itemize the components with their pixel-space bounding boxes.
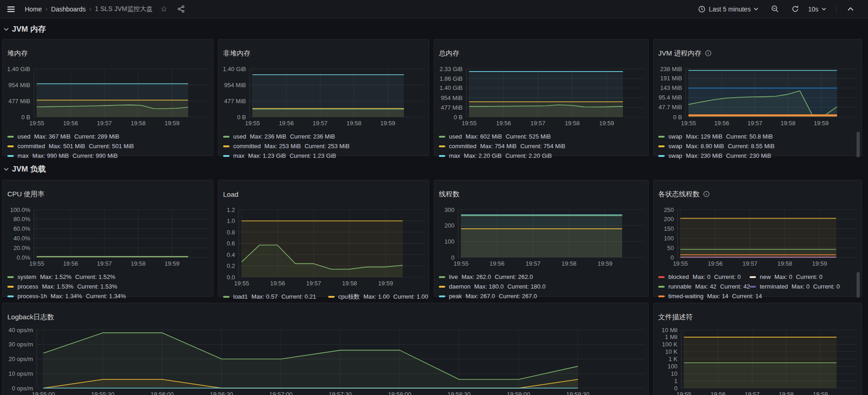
legend-item-used[interactable]: usedMax: 602 MiBCurrent: 525 MiB [439,132,551,141]
time-series-chart[interactable]: 10 Mil1 Mil100 K10 K1 K100101019:5519:56… [658,327,857,395]
x-axis-tick-label: 19:58 [131,120,146,126]
panel-title[interactable]: Logback日志数 [7,312,644,323]
legend-item-swap[interactable]: swapMax: 230 MiBCurrent: 230 MiB [658,151,771,161]
legend-item-peak[interactable]: peakMax: 267.0Current: 267.0 [439,291,537,301]
legend-item-max[interactable]: maxMax: 1.23 GiBCurrent: 1.23 GiB [223,151,336,161]
logback-logs-panel: Logback日志数40 ops/m30 ops/m20 ops/m10 ops… [2,303,649,395]
section-header-jvm-memory[interactable]: JVM 内存 [4,24,46,34]
series-name: peak [449,293,462,300]
legend-item-runnable[interactable]: runnableMax: 42Current: 42 [658,282,750,291]
info-icon[interactable] [705,50,711,56]
x-axis-tick-label: 19:57:00 [269,391,293,395]
refresh-dashboard-button[interactable] [789,3,801,16]
chart-legend: load1Max: 0.57Current: 0.21cpu核数Max: 1.0… [223,292,424,301]
time-range-picker[interactable]: Last 5 minutes [695,5,761,13]
legend-item-live[interactable]: liveMax: 262.0Current: 262.0 [439,272,533,282]
series-swatch [439,276,445,278]
chart-legend: liveMax: 262.0Current: 262.0daemonMax: 1… [439,272,644,301]
series-name: used [17,133,30,140]
legend-item-daemon[interactable]: daemonMax: 180.0Current: 180.0 [439,282,545,291]
legend-item-process[interactable]: processMax: 1.53%Current: 1.53% [7,282,118,291]
legend-scrollbar[interactable] [857,272,860,298]
time-series-chart[interactable]: 40 ops/m30 ops/m20 ops/m10 ops/m0 ops/m1… [7,327,644,395]
info-icon[interactable] [703,191,710,197]
panel-title[interactable]: 堆内存 [7,48,208,59]
time-series-chart[interactable]: 1.21.00.80.60.40.20.019:5519:5619:5719:5… [223,207,424,286]
series-current-value: Current: 1.53% [77,283,117,290]
legend-item-timed-waiting[interactable]: timed-waitingMax: 14Current: 14 [658,291,750,301]
panel-title[interactable]: 各状态线程数 [658,189,857,200]
legend-scrollbar[interactable] [857,132,860,157]
y-axis-tick-label: 10 K [665,349,678,356]
legend-item-max[interactable]: maxMax: 990 MiBCurrent: 990 MiB [7,151,118,161]
y-axis-tick-label: 143 MiB [660,85,682,92]
legend-item-used[interactable]: usedMax: 236 MiBCurrent: 236 MiB [223,132,335,141]
series-name: daemon [449,283,470,290]
panel-title-text: JVM 进程内存 [658,49,701,58]
x-axis-tick-label: 19:56 [490,260,505,267]
y-axis-tick-label: 100 K [662,341,678,348]
y-axis-tick-label: 40 ops/m [9,327,33,334]
menu-toggle-button[interactable] [5,3,17,16]
panel-title[interactable]: 总内存 [439,48,644,59]
scroll-to-top-button[interactable] [844,3,857,16]
x-axis-tick-label: 19:55:00 [32,391,55,395]
legend-item-swap[interactable]: swapMax: 129 MiBCurrent: 50.8 MiB [658,132,773,141]
share-dashboard-button[interactable] [175,3,188,16]
series-current-value: Current: 1.00 [393,293,428,300]
series-swatch [7,295,14,297]
zoom-out-icon [771,5,779,13]
legend-item-committed[interactable]: committedMax: 501 MiBCurrent: 501 MiB [7,141,134,151]
x-axis-tick-label: 19:58:00 [388,391,411,395]
panel-title[interactable]: Load [223,189,424,200]
time-series-chart[interactable]: 2.33 GiB1.86 GiB1.40 GiB954 MiB477 MiB0 … [439,66,644,126]
time-series-chart[interactable]: 300200100019:5519:5619:5719:5819:59 [439,207,644,267]
zoom-out-time-button[interactable] [768,3,781,16]
legend-item-process-1h[interactable]: process-1hMax: 1.34%Current: 1.34% [7,291,126,301]
panel-title[interactable]: 线程数 [439,189,644,200]
series-max-value: Max: 501 MiB [49,143,85,150]
series-name: live [449,273,458,280]
section-header-jvm-load[interactable]: JVM 负载 [4,164,46,174]
series-name: committed [233,143,261,150]
refresh-interval-dropdown[interactable]: 10s [805,5,829,13]
panel-title[interactable]: JVM 进程内存 [658,48,857,59]
legend-item-terminated[interactable]: terminatedMax: 0Current: 0 [750,282,857,291]
time-series-chart[interactable]: 1.40 GiB954 MiB477 MiB0 B19:5519:5619:57… [7,66,208,126]
x-axis-tick-label: 19:56 [270,280,286,286]
x-axis-tick-label: 19:56 [279,120,294,126]
series-max-value: Max: 267.0 [465,293,495,300]
time-series-chart[interactable]: 25020015010050019:5519:5619:5719:5819:59 [658,207,857,267]
panel-title-text: 总内存 [439,49,459,58]
x-axis-tick-label: 19:58 [342,280,357,286]
panel-title[interactable]: CPU 使用率 [7,189,208,200]
panel-title[interactable]: 非堆内存 [223,48,424,59]
series-max-value: Max: 367 MiB [34,133,70,140]
legend-item-load1[interactable]: load1Max: 0.57Current: 0.21 [223,292,316,301]
legend-item-max[interactable]: maxMax: 2.20 GiBCurrent: 2.20 GiB [439,151,552,161]
y-axis-tick-label: 1.40 GiB [7,66,30,72]
legend-item-system[interactable]: systemMax: 1.52%Current: 1.52% [7,272,115,282]
legend-item-committed[interactable]: committedMax: 253 MiBCurrent: 253 MiB [223,141,350,151]
breadcrumb-dashboards[interactable]: Dashboards [51,6,86,13]
x-axis-tick-label: 19:57 [747,120,762,126]
legend-item-swap[interactable]: swapMax: 8.90 MiBCurrent: 8.55 MiB [658,141,774,151]
series-current-value: Current: 289 MiB [74,133,119,140]
time-series-chart[interactable]: 1.40 GiB954 MiB477 MiB0 B19:5519:5619:57… [223,66,424,126]
legend-item-used[interactable]: usedMax: 367 MiBCurrent: 289 MiB [7,132,119,141]
time-series-chart[interactable]: 100.0%80.0%60.0%40.0%20.0%0.0%19:5519:56… [7,207,208,267]
series-current-value: Current: 262.0 [495,273,533,280]
legend-item-cpu核数[interactable]: cpu核数Max: 1.00Current: 1.00 [328,292,428,301]
breadcrumb-home[interactable]: Home [25,6,42,13]
y-axis-tick-label: 300 [444,207,454,213]
time-series-chart[interactable]: 238 MiB191 MiB143 MiB95.4 MiB47.7 MiB0 B… [658,66,857,126]
series-current-value: Current: 50.8 MiB [726,133,773,140]
favorite-dashboard-button[interactable]: ☆ [157,3,170,16]
legend-item-blocked[interactable]: blockedMax: 0Current: 0 [658,272,750,282]
x-axis-tick-label: 19:55 [677,391,692,395]
y-axis-tick-label: 0 ops/m [12,385,33,392]
legend-item-committed[interactable]: committedMax: 754 MiBCurrent: 754 MiB [439,141,566,151]
series-max-value: Max: 0 [693,273,711,280]
panel-title[interactable]: 文件描述符 [658,312,857,323]
legend-item-new[interactable]: newMax: 0Current: 0 [750,272,857,282]
